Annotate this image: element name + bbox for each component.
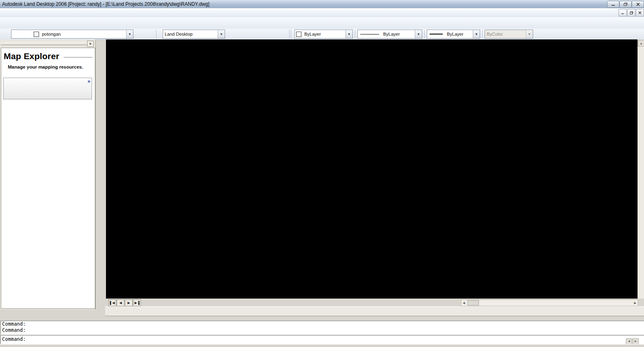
scroll-up-icon[interactable]: ▲ <box>638 40 644 46</box>
workspace-combo-arrow[interactable]: ▼ <box>218 30 225 38</box>
workspace-combo[interactable]: Land Desktop ▼ <box>163 30 225 39</box>
color-combo-arrow[interactable]: ▼ <box>345 30 352 38</box>
linetype-combo[interactable]: ByLayer ▼ <box>357 30 422 39</box>
lineweight-combo-arrow[interactable]: ▼ <box>473 30 480 38</box>
palette-title: Map Explorer <box>4 51 59 61</box>
tab-last-button[interactable]: ▶▐ <box>133 299 141 306</box>
layer-combo[interactable]: potongan ▼ <box>11 30 133 39</box>
layer-freeze-icon[interactable] <box>19 31 26 37</box>
toolbar-overflow-chevron[interactable]: » <box>87 78 90 84</box>
layer-name: potongan <box>40 32 126 37</box>
minimize-button[interactable] <box>607 1 619 8</box>
layer-lock-icon[interactable] <box>26 31 32 37</box>
linetype-value: ByLayer <box>382 32 415 37</box>
tab-prev-button[interactable]: ◀ <box>117 299 124 306</box>
layer-on-icon[interactable] <box>13 31 19 37</box>
make-object-layer-current-button[interactable] <box>134 29 145 39</box>
drawing-viewport[interactable] <box>106 39 637 299</box>
layer-previous-button[interactable] <box>145 29 155 39</box>
command-prompt: Command: <box>2 336 26 342</box>
linetype-combo-arrow[interactable]: ▼ <box>415 30 422 38</box>
command-window: Command: Command: Command: ◀ ▶ <box>0 316 644 344</box>
mdi-minimize-button[interactable] <box>619 9 627 16</box>
workspace-name: Land Desktop <box>163 32 218 37</box>
layer-combo-arrow[interactable]: ▼ <box>126 30 133 38</box>
cmd-scroll-right-icon[interactable]: ▶ <box>632 337 639 345</box>
plotstyle-combo-arrow: ▼ <box>526 30 533 38</box>
workspace-settings-button[interactable] <box>226 29 236 39</box>
command-history-line: Command: <box>2 321 644 327</box>
lower-strip <box>105 306 644 316</box>
lineweight-value: ByLayer <box>445 32 473 37</box>
cmd-scroll-left-icon[interactable]: ◀ <box>626 337 632 345</box>
application-icon <box>2 9 9 16</box>
status-bar <box>0 344 644 347</box>
command-input[interactable]: Command: ◀ ▶ <box>0 335 644 344</box>
linetype-sample <box>360 34 379 34</box>
format-toolbar: potongan ▼ Land Desktop ▼ ByLayer ▼ ByLa… <box>0 29 644 40</box>
layer-manager-button[interactable] <box>0 29 10 39</box>
color-value: ByLayer <box>303 32 345 37</box>
layer-color-swatch <box>34 32 39 37</box>
extra-tool-button[interactable] <box>634 29 644 39</box>
workspace-save-button[interactable] <box>236 29 246 39</box>
plotstyle-value: ByColor <box>485 32 526 37</box>
menu-bar <box>0 8 644 18</box>
vertical-scrollbar[interactable]: ▲ ▼ <box>637 39 644 306</box>
close-button[interactable] <box>632 1 644 8</box>
tab-first-button[interactable]: ▌◀ <box>108 299 116 306</box>
hscroll-right-icon[interactable]: ▶ <box>632 301 638 305</box>
title-rule <box>64 57 92 57</box>
hscroll-left-icon[interactable]: ◀ <box>461 301 467 305</box>
palette-grip[interactable] <box>1 42 87 45</box>
color-combo[interactable]: ByLayer ▼ <box>294 30 353 39</box>
title-bar: Autodesk Land Desktop 2006 [Project: ran… <box>0 0 644 9</box>
restore-button[interactable] <box>619 1 632 8</box>
palette-toolbar: » <box>3 78 92 99</box>
palette-subtitle: Manage your mapping resources. <box>8 64 83 69</box>
command-history[interactable]: Command: Command: <box>0 321 644 335</box>
standard-toolbar <box>0 17 644 29</box>
mdi-restore-button[interactable] <box>627 9 635 16</box>
command-history-line: Command: <box>2 327 644 333</box>
lineweight-sample <box>430 34 443 34</box>
horizontal-scrollbar[interactable]: ◀ ▶ <box>461 299 638 306</box>
window-title: Autodesk Land Desktop 2006 [Project: ran… <box>2 1 209 7</box>
palette-close-icon[interactable]: ✕ <box>87 41 94 47</box>
map-explorer-palette: ✕ Map Explorer Manage your mapping resou… <box>0 39 96 310</box>
plotstyle-combo: ByColor ▼ <box>485 30 533 39</box>
color-swatch <box>296 32 301 37</box>
hscroll-thumb[interactable] <box>467 300 479 306</box>
tab-next-button[interactable]: ▶ <box>125 299 133 306</box>
mdi-close-button[interactable] <box>636 9 644 16</box>
lineweight-combo[interactable]: ByLayer ▼ <box>427 30 480 39</box>
